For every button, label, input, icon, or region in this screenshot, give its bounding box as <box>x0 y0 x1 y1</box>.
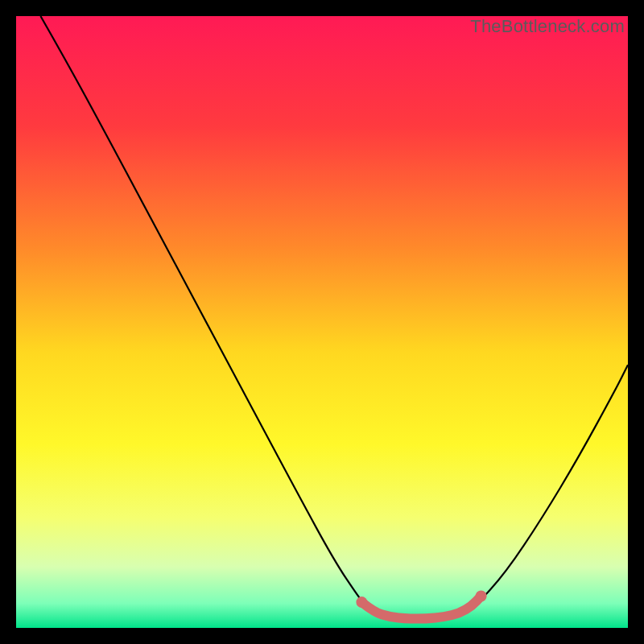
highlight-dot <box>356 597 367 608</box>
chart-frame: TheBottleneck.com <box>16 16 628 628</box>
watermark-text: TheBottleneck.com <box>470 16 625 37</box>
gradient-background <box>16 16 628 628</box>
highlight-dot <box>476 590 487 601</box>
chart-svg <box>16 16 628 628</box>
